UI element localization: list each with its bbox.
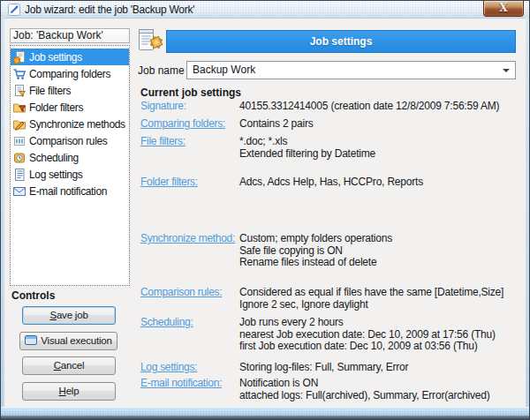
sidebar-item-synchronize-methods[interactable]: Synchronize methods (11, 116, 129, 132)
file-filters-icon (12, 84, 26, 98)
comparison-rules-value: Ignore 2 sec, Ignore daylight (239, 299, 518, 311)
synchronize-method-link[interactable]: Synchronize method: (140, 233, 235, 245)
sidebar-item-email-notification[interactable]: E-mail notification (11, 183, 129, 199)
window-frame-bottom-edge (1, 416, 529, 419)
combo-dropdown-arrow[interactable] (503, 69, 510, 72)
email-notification-value: Notification is ON (239, 378, 518, 390)
sidebar-item-label: Job settings (29, 51, 82, 64)
signature-value: 40155.3312414005 (creation date 12/8/200… (239, 101, 518, 113)
current-job-label: Job: 'Backup Work' (10, 28, 130, 43)
job-name-value: Backup Work (193, 64, 255, 76)
email-notification-icon (12, 184, 26, 199)
file-filters-link[interactable]: File filters: (140, 136, 186, 148)
save-job-button[interactable]: Save job (22, 306, 116, 325)
sidebar-item-file-filters[interactable]: File filters (11, 82, 129, 99)
wizard-nav-list[interactable]: Job settings Comparing folders File filt… (10, 45, 130, 286)
window-title: Job wizard: edit the job 'Backup Work' (25, 4, 194, 16)
scheduling-value: first Job execution date: Dec 10, 2009 a… (239, 341, 518, 353)
current-job-settings-heading: Current job settings (140, 86, 241, 99)
job-wizard-dialog: Job wizard: edit the job 'Backup Work' X… (0, 0, 530, 420)
comparison-rules-icon (12, 134, 26, 148)
email-notification-value: attached logs: Full(archived), Summary, … (239, 390, 518, 402)
sidebar-item-log-settings[interactable]: Log settings (11, 166, 129, 183)
synchronize-method-value: Rename files instead of delete (239, 257, 518, 269)
job-name-label: Job name (138, 64, 185, 77)
comparison-rules-value: Considered as equal if files have the sa… (239, 287, 518, 299)
window-frame-right (526, 18, 529, 416)
folder-filters-link[interactable]: Folder filters: (140, 176, 198, 189)
window-frame-bottom (1, 407, 529, 416)
comparison-rules-link[interactable]: Comparison rules: (140, 287, 222, 299)
log-settings-icon (12, 168, 26, 182)
job-settings-icon (12, 50, 26, 64)
sidebar-item-job-settings[interactable]: Job settings (11, 49, 129, 65)
job-settings-page-icon (135, 27, 163, 55)
folder-filters-icon (12, 101, 26, 115)
comparing-folders-link[interactable]: Comparing folders: (140, 118, 225, 131)
comparing-folders-value: Contains 2 pairs (239, 118, 518, 131)
controls-group-label: Controls (11, 289, 55, 302)
sidebar-item-scheduling[interactable]: Scheduling (11, 149, 129, 166)
visual-execution-button[interactable]: Visual execution (19, 332, 117, 350)
sidebar-item-label: Scheduling (29, 152, 79, 164)
help-button[interactable]: Help (22, 382, 116, 401)
synchronize-method-value: Custom; empty folders operations (239, 233, 518, 245)
window-frame-left (1, 18, 4, 416)
log-settings-value: Storing log-files: Full, Summary, Error (239, 362, 518, 374)
cancel-button[interactable]: Cancel (22, 356, 116, 375)
sidebar-item-label: Comparing folders (29, 68, 110, 80)
scheduling-value: nearest Job execution date: Dec 10, 2009… (239, 329, 518, 341)
sidebar-item-comparing-folders[interactable]: Comparing folders (11, 65, 129, 82)
sidebar-item-label: Folder filters (29, 101, 83, 114)
synchronize-methods-icon (12, 117, 26, 131)
email-notification-link[interactable]: E-mail notification: (140, 378, 222, 390)
sidebar-item-label: File filters (29, 85, 71, 97)
titlebar[interactable]: Job wizard: edit the job 'Backup Work' X (1, 1, 529, 19)
scheduling-value: Job runs every 2 hours (239, 317, 518, 329)
edit-job-icon (8, 4, 20, 16)
sidebar-item-folder-filters[interactable]: Folder filters (11, 99, 129, 116)
job-name-combobox[interactable]: Backup Work (186, 61, 516, 79)
log-settings-link[interactable]: Log settings: (140, 362, 197, 374)
visual-execution-icon (25, 335, 37, 346)
file-filters-value: *.doc; *.xls (239, 136, 518, 148)
scheduling-icon (12, 151, 26, 165)
close-button[interactable]: X (483, 1, 524, 17)
file-filters-value: Extended filtering by Datetime (239, 148, 518, 161)
sidebar-item-label: Comparison rules (29, 135, 107, 147)
scheduling-link[interactable]: Scheduling: (140, 317, 193, 329)
sidebar-item-label: Synchronize methods (29, 118, 125, 131)
page-title: Job settings (166, 30, 516, 53)
comparing-folders-icon (12, 67, 26, 81)
synchronize-method-value: Safe file copying is ON (239, 245, 518, 258)
sidebar-item-label: E-mail notification (29, 185, 107, 198)
folder-filters-value: Adcs, Adcs Help, Has, HCCPro, Reports (239, 176, 518, 189)
sidebar-item-comparison-rules[interactable]: Comparison rules (11, 132, 129, 149)
sidebar-item-label: Log settings (29, 169, 83, 181)
signature-label[interactable]: Signature: (140, 101, 186, 113)
